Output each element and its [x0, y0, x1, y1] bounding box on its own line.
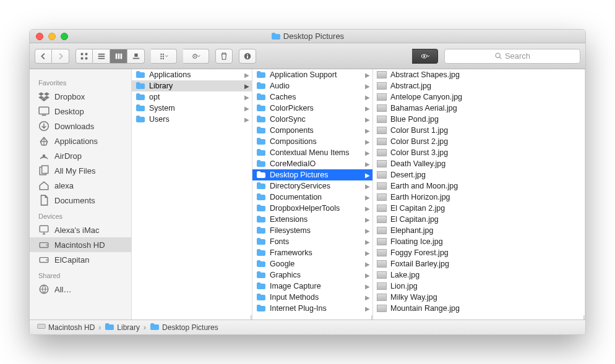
file-item-foxtail-barley-jpg[interactable]: Foxtail Barley.jpg	[373, 258, 585, 269]
folder-item-graphics[interactable]: Graphics▶	[252, 269, 372, 281]
folder-item-colorsync[interactable]: ColorSync▶	[252, 114, 372, 125]
column-list[interactable]: Abstract Shapes.jpgAbstract.jpgAntelope …	[373, 69, 585, 313]
chevron-right-icon: ▶	[365, 161, 370, 167]
sidebar-item-downloads[interactable]: Downloads	[30, 119, 131, 133]
folder-item-frameworks[interactable]: Frameworks▶	[252, 247, 372, 258]
sidebar-item-elcapitan[interactable]: ElCapitan	[30, 252, 131, 267]
sidebar-item-applications[interactable]: Applications	[30, 133, 131, 148]
folder-item-internet-plug-ins[interactable]: Internet Plug-Ins▶	[252, 303, 372, 313]
svg-rect-13	[162, 56, 163, 57]
file-item-el-capitan-jpg[interactable]: El Capitan.jpg	[373, 214, 585, 225]
folder-item-colorpickers[interactable]: ColorPickers▶	[252, 103, 372, 114]
file-item-blue-pond-jpg[interactable]: Blue Pond.jpg	[373, 114, 585, 125]
breadcrumb-macintosh-hd[interactable]: Macintosh HD	[37, 323, 95, 332]
file-item-desert-jpg[interactable]: Desert.jpg	[373, 169, 585, 180]
folder-icon	[150, 323, 160, 332]
folder-item-fonts[interactable]: Fonts▶	[252, 236, 372, 247]
arrange-button[interactable]	[151, 49, 177, 64]
folder-item-opt[interactable]: opt▶	[132, 91, 252, 103]
folder-item-extensions[interactable]: Extensions▶	[252, 214, 372, 225]
file-item-antelope-canyon-jpg[interactable]: Antelope Canyon.jpg	[373, 91, 585, 103]
folder-item-application-support[interactable]: Application Support▶	[252, 69, 372, 80]
sidebar-item-all-[interactable]: All…	[30, 282, 131, 297]
folder-item-compositions[interactable]: Compositions▶	[252, 136, 372, 147]
nav-buttons	[35, 49, 69, 64]
folder-item-google[interactable]: Google▶	[252, 258, 372, 269]
sidebar-item-documents[interactable]: Documents	[30, 193, 131, 208]
file-item-abstract-jpg[interactable]: Abstract.jpg	[373, 80, 585, 91]
folder-item-directoryservices[interactable]: DirectoryServices▶	[252, 180, 372, 192]
folder-item-audio[interactable]: Audio▶	[252, 80, 372, 91]
column-resize-handle[interactable]: ||	[373, 313, 585, 320]
folder-item-users[interactable]: Users▶	[132, 114, 252, 125]
sidebar-item-all-my-files[interactable]: All My Files	[30, 163, 131, 178]
column-list[interactable]: Applications▶Library▶opt▶System▶Users▶	[132, 69, 252, 313]
forward-button[interactable]	[52, 49, 69, 64]
quicklook-button[interactable]	[412, 49, 438, 64]
back-button[interactable]	[35, 49, 52, 64]
column-resize-handle[interactable]: ||	[132, 313, 252, 320]
folder-item-library[interactable]: Library▶	[132, 80, 252, 91]
action-menu-button[interactable]	[183, 49, 209, 64]
file-item-mountain-range-jpg[interactable]: Mountain Range.jpg	[373, 303, 585, 313]
chevron-right-icon: ▶	[244, 72, 249, 78]
item-label: Extensions	[270, 215, 361, 224]
sidebar-item-dropbox[interactable]: Dropbox	[30, 89, 131, 104]
search-field[interactable]: Search	[444, 49, 580, 64]
item-label: Applications	[149, 70, 241, 79]
hdd-icon	[38, 239, 49, 250]
sidebar-item-airdrop[interactable]: AirDrop	[30, 148, 131, 163]
item-label: Desert.jpg	[390, 171, 582, 179]
list-view-button[interactable]	[93, 49, 110, 64]
file-item-foggy-forest-jpg[interactable]: Foggy Forest.jpg	[373, 247, 585, 258]
get-info-button[interactable]	[239, 49, 256, 64]
folder-item-filesystems[interactable]: Filesystems▶	[252, 225, 372, 236]
folder-item-coremediaio[interactable]: CoreMediaIO▶	[252, 158, 372, 169]
file-item-color-burst-2-jpg[interactable]: Color Burst 2.jpg	[373, 136, 585, 147]
file-item-lake-jpg[interactable]: Lake.jpg	[373, 269, 585, 281]
file-item-floating-ice-jpg[interactable]: Floating Ice.jpg	[373, 236, 585, 247]
svg-rect-24	[42, 115, 46, 116]
column-view-button[interactable]	[110, 49, 127, 64]
trash-button[interactable]	[215, 49, 233, 64]
finder-window: Desktop Pictures	[29, 29, 586, 335]
file-item-earth-and-moon-jpg[interactable]: Earth and Moon.jpg	[373, 180, 585, 192]
sidebar-item-desktop[interactable]: Desktop	[30, 104, 131, 119]
item-label: System	[149, 104, 241, 112]
column-resize-handle[interactable]: ||	[252, 313, 372, 320]
sidebar-item-label: alexa	[54, 181, 74, 190]
folder-item-input-methods[interactable]: Input Methods▶	[252, 292, 372, 303]
column-list[interactable]: Application Support▶Audio▶Caches▶ColorPi…	[252, 69, 372, 313]
folder-item-image-capture[interactable]: Image Capture▶	[252, 281, 372, 292]
sidebar-item-macintosh-hd[interactable]: Macintosh HD	[30, 237, 131, 252]
file-item-death-valley-jpg[interactable]: Death Valley.jpg	[373, 158, 585, 169]
file-item-earth-horizon-jpg[interactable]: Earth Horizon.jpg	[373, 192, 585, 203]
file-item-el-capitan-2-jpg[interactable]: El Capitan 2.jpg	[373, 203, 585, 214]
folder-item-documentation[interactable]: Documentation▶	[252, 192, 372, 203]
folder-item-applications[interactable]: Applications▶	[132, 69, 252, 80]
folder-item-dropboxhelpertools[interactable]: DropboxHelperTools▶	[252, 203, 372, 214]
file-item-milky-way-jpg[interactable]: Milky Way.jpg	[373, 292, 585, 303]
chevron-right-icon: ▶	[365, 94, 370, 101]
file-item-abstract-shapes-jpg[interactable]: Abstract Shapes.jpg	[373, 69, 585, 80]
file-item-color-burst-1-jpg[interactable]: Color Burst 1.jpg	[373, 125, 585, 136]
file-item-color-burst-3-jpg[interactable]: Color Burst 3.jpg	[373, 147, 585, 158]
folder-icon	[256, 93, 266, 101]
folder-item-caches[interactable]: Caches▶	[252, 91, 372, 103]
item-label: Abstract Shapes.jpg	[390, 70, 582, 79]
window-title: Desktop Pictures	[30, 32, 585, 41]
file-item-bahamas-aerial-jpg[interactable]: Bahamas Aerial.jpg	[373, 103, 585, 114]
coverflow-view-button[interactable]	[127, 49, 145, 64]
file-item-elephant-jpg[interactable]: Elephant.jpg	[373, 225, 585, 236]
item-label: Fonts	[270, 237, 361, 246]
folder-item-components[interactable]: Components▶	[252, 125, 372, 136]
folder-item-contextual-menu-items[interactable]: Contextual Menu Items▶	[252, 147, 372, 158]
breadcrumb-desktop-pictures[interactable]: Desktop Pictures	[150, 323, 218, 332]
breadcrumb-library[interactable]: Library	[105, 323, 140, 332]
sidebar-item-alexa-s-imac[interactable]: Alexa's iMac	[30, 222, 131, 237]
folder-item-system[interactable]: System▶	[132, 103, 252, 114]
file-item-lion-jpg[interactable]: Lion.jpg	[373, 281, 585, 292]
folder-item-desktop-pictures[interactable]: Desktop Pictures▶	[252, 169, 372, 180]
icon-view-button[interactable]	[75, 49, 93, 64]
sidebar-item-alexa[interactable]: alexa	[30, 178, 131, 193]
